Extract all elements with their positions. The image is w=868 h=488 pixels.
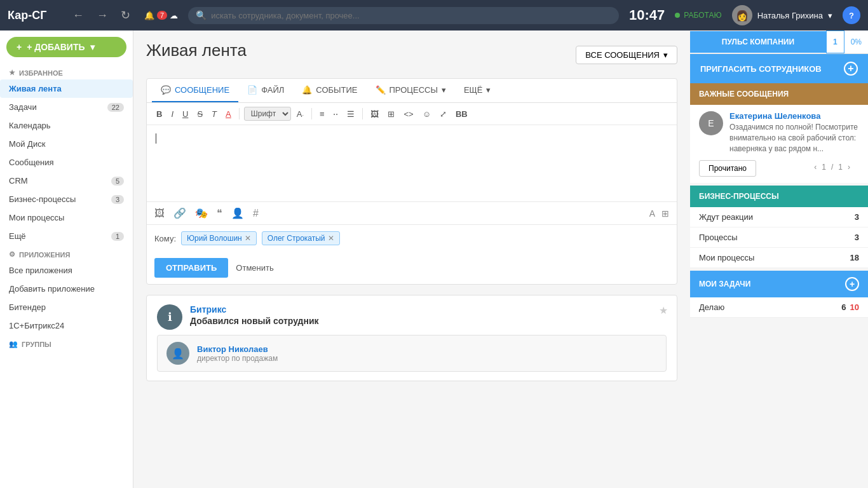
star-icon: ★ (9, 69, 15, 77)
right-panel: ПУЛЬС КОМПАНИИ 1 0% ПРИГЛАСИТЬ СОТРУДНИК… (690, 30, 868, 488)
tasks-add-button[interactable]: + (845, 277, 859, 291)
search-wrap: 🔍 (188, 7, 619, 24)
hashtag-icon[interactable]: # (253, 208, 259, 219)
tab-processes[interactable]: ✏️ ПРОЦЕССЫ ▾ (367, 79, 455, 102)
image-button[interactable]: 🖼 (367, 108, 382, 120)
sticker-icon[interactable]: 🎭 (195, 207, 208, 219)
invite-button[interactable]: ПРИГЛАСИТЬ СОТРУДНИКОВ + (690, 54, 868, 83)
pulse-percent: 0% (844, 31, 868, 53)
file-icon: 📄 (247, 85, 257, 95)
to-label: Кому: (154, 234, 176, 243)
post-buttons: ОТПРАВИТЬ Отменить (147, 252, 677, 284)
forward-button[interactable]: → (93, 6, 112, 25)
fullscreen-button[interactable]: ⤢ (437, 108, 450, 120)
pulse-button[interactable]: ПУЛЬС КОМПАНИИ (690, 31, 826, 53)
sidebar: + + ДОБАВИТЬ ▾ ★ ИЗБРАННОЕ Живая лента З… (0, 30, 133, 488)
bizproc-badge: 3 (111, 195, 124, 204)
tab-file[interactable]: 📄 ФАЙЛ (238, 79, 293, 102)
work-status[interactable]: РАБОТАЮ (675, 11, 721, 20)
italic2-button[interactable]: T (208, 108, 220, 120)
favorites-section: ★ ИЗБРАННОЕ (0, 64, 133, 79)
new-user-card: 👤 Виктор Николаев директор по продажам (157, 335, 667, 372)
sidebar-item-messages[interactable]: Сообщения (0, 153, 133, 172)
feed-title: Добавился новый сотрудник (190, 316, 319, 326)
more-badge: 1 (111, 232, 124, 241)
sidebar-item-feed[interactable]: Живая лента (0, 79, 133, 98)
biz-myproc-count: 18 (850, 253, 859, 262)
main-layout: + + ДОБАВИТЬ ▾ ★ ИЗБРАННОЕ Живая лента З… (0, 30, 868, 488)
ordered-list-button[interactable]: ≡ (316, 108, 328, 120)
bold-button[interactable]: B (153, 108, 165, 120)
toolbar-separator2 (311, 108, 312, 119)
next-icon[interactable]: › (848, 163, 850, 172)
content-header: Живая лента ВСЕ СООБЩЕНИЯ ▾ (146, 41, 677, 69)
color-button[interactable]: A (222, 108, 234, 120)
font-select[interactable]: Шрифт (244, 107, 291, 121)
star-button[interactable]: ★ (659, 304, 668, 316)
processes-icon: ✏️ (376, 85, 386, 95)
search-input[interactable] (188, 7, 619, 24)
send-button[interactable]: ОТПРАВИТЬ (154, 258, 228, 278)
strikethrough-button[interactable]: S (194, 108, 206, 120)
remove-recipient-oleg[interactable]: ✕ (328, 234, 334, 243)
emoji-button[interactable]: ☺ (419, 108, 434, 120)
sidebar-item-all-apps[interactable]: Все приложения (0, 261, 133, 280)
sidebar-item-myproc[interactable]: Мои процессы (0, 208, 133, 227)
post-editor[interactable] (147, 125, 677, 201)
bb-button[interactable]: BB (452, 108, 471, 120)
biz-row-reactions: Ждут реакции 3 (690, 207, 868, 227)
biz-row-processes: Процессы 3 (690, 227, 868, 248)
tab-event[interactable]: 🔔 СОБЫТИЕ (293, 79, 366, 102)
chevron-down-icon: ▾ (663, 50, 668, 60)
toolbar-separator (239, 108, 240, 119)
remove-recipient-yuri[interactable]: ✕ (245, 234, 251, 243)
add-button[interactable]: + + ДОБАВИТЬ ▾ (6, 37, 126, 57)
sidebar-item-more[interactable]: Ещё 1 (0, 227, 133, 245)
font-size-button[interactable]: A· (294, 108, 307, 120)
align-button[interactable]: ☰ (344, 108, 358, 120)
pagination: ‹ 1 / 1 › (805, 160, 859, 177)
quote-icon[interactable]: ❝ (217, 207, 222, 219)
sidebar-item-bitender[interactable]: Битендер (0, 298, 133, 316)
biz-reactions-count: 3 (855, 212, 859, 222)
back-button[interactable]: ← (69, 6, 88, 25)
sidebar-item-tasks[interactable]: Задачи 22 (0, 98, 133, 116)
tasks-doing-extra: 10 (850, 302, 859, 312)
expand-icon[interactable]: ⊞ (661, 208, 669, 219)
link-icon[interactable]: 🔗 (173, 207, 186, 219)
important-header: ВАЖНЫЕ СООБЩЕНИЯ (690, 83, 868, 105)
read-button[interactable]: Прочитано (699, 160, 756, 177)
bullet-list-button[interactable]: ⋅⋅ (330, 108, 341, 120)
sidebar-item-calendar[interactable]: Календарь (0, 116, 133, 135)
user-profile[interactable]: 👩 Наталья Грихина ▾ (732, 5, 832, 25)
sidebar-item-add-app[interactable]: Добавить приложение (0, 280, 133, 298)
text-format-icon[interactable]: A (649, 208, 655, 219)
sidebar-item-bizproc[interactable]: Бизнес-процессы 3 (0, 190, 133, 208)
tab-message[interactable]: 💬 СООБЩЕНИЕ (152, 79, 238, 102)
sidebar-item-1c[interactable]: 1С+Битрикс24 (0, 316, 133, 335)
new-user-role: директор по продажам (197, 354, 278, 363)
table-button[interactable]: ⊞ (384, 108, 398, 120)
all-messages-button[interactable]: ВСЕ СООБЩЕНИЯ ▾ (576, 46, 677, 64)
status-label: РАБОТАЮ (684, 11, 721, 20)
underline-button[interactable]: U (179, 108, 191, 120)
important-message: Е Екатерина Шеленкова Озадачимся по полн… (690, 105, 868, 160)
prev-icon[interactable]: ‹ (814, 163, 817, 172)
sidebar-item-crm[interactable]: CRM 5 (0, 172, 133, 190)
cancel-button[interactable]: Отменить (236, 258, 273, 278)
feed-item-header: ℹ Битрикс Добавился новый сотрудник (157, 304, 667, 330)
mention-icon[interactable]: 👤 (231, 207, 244, 219)
help-button[interactable]: ? (843, 6, 860, 24)
notifications-bell[interactable]: 🔔 7 ☁ (144, 11, 178, 20)
sidebar-item-disk[interactable]: Мой Диск (0, 135, 133, 153)
italic-button[interactable]: I (168, 108, 177, 120)
refresh-button[interactable]: ↻ (117, 6, 134, 25)
attach-image-icon[interactable]: 🖼 (154, 208, 165, 219)
page-title: Живая лента (146, 41, 247, 60)
avatar: 👩 (732, 5, 752, 25)
tab-more[interactable]: ЕЩЁ ▾ (455, 79, 500, 102)
bell-count: 7 (157, 11, 167, 20)
code-button[interactable]: <> (400, 108, 416, 120)
feed-item-info: Битрикс Добавился новый сотрудник (190, 304, 319, 326)
nav-buttons: ← → ↻ (69, 6, 134, 25)
